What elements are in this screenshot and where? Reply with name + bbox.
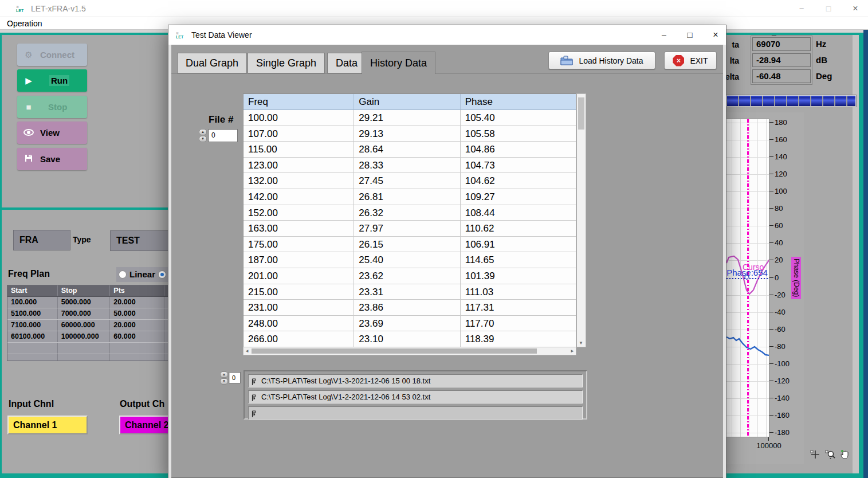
- y-tick-mark: [769, 381, 773, 381]
- load-history-data-button[interactable]: Load History Data: [548, 52, 655, 69]
- table-row[interactable]: 163.0027.97110.62: [243, 221, 576, 237]
- exit-button[interactable]: × EXIT: [664, 52, 717, 69]
- y-tick-label: -20: [775, 290, 785, 299]
- file-index-up-button[interactable]: ▲: [220, 371, 228, 378]
- freq-plan-cell[interactable]: [110, 354, 164, 361]
- zoom-tool-button[interactable]: [824, 449, 836, 460]
- table-row[interactable]: 152.0026.32108.44: [243, 205, 576, 221]
- freq-plan-cell[interactable]: 50.000: [110, 308, 164, 319]
- graph-palette: [809, 449, 851, 460]
- file-index-field[interactable]: 0: [229, 372, 241, 383]
- teal-separator: [0, 207, 172, 210]
- file-path-item[interactable]: C:\TS-PLAT\Test Log\V1-2-2021-12-06 14 5…: [248, 390, 583, 403]
- freq-plan-cell[interactable]: [7, 354, 58, 361]
- table-row[interactable]: 201.0023.62101.39: [243, 268, 576, 284]
- freq-plan-row[interactable]: [7, 343, 168, 354]
- freq-plan-cell[interactable]: 5100.000: [7, 308, 58, 319]
- table-cell: 28.64: [354, 142, 460, 157]
- tab-data[interactable]: Data: [327, 53, 366, 73]
- table-row[interactable]: 115.0028.64104.86: [243, 142, 576, 158]
- table-row[interactable]: 266.0023.10118.39: [243, 331, 576, 347]
- history-table-body: 100.0029.21105.40107.0029.13105.58115.00…: [243, 110, 576, 347]
- table-cell: 110.62: [461, 221, 576, 236]
- freq-plan-cell[interactable]: [110, 343, 164, 354]
- table-hscrollbar[interactable]: ◄ ►: [243, 347, 576, 355]
- file-path-item[interactable]: [248, 406, 583, 420]
- tab-history-data[interactable]: History Data: [362, 52, 435, 74]
- menu-operation[interactable]: Operation: [5, 18, 44, 29]
- freq-plan-cell[interactable]: 100.000: [7, 297, 58, 308]
- vscroll-down-arrow[interactable]: ▼: [579, 340, 583, 346]
- file-number-down-button[interactable]: ▼: [199, 136, 207, 142]
- table-row[interactable]: 248.0023.69117.70: [243, 316, 576, 332]
- freq-plan-cell[interactable]: 7100.000: [7, 320, 58, 331]
- hscroll-right-arrow[interactable]: ►: [569, 348, 576, 354]
- freq-plan-cell[interactable]: 60.000: [110, 331, 164, 342]
- table-cell: 123.00: [243, 158, 354, 173]
- table-cell: 23.31: [354, 284, 460, 300]
- linear-radio[interactable]: [119, 271, 127, 279]
- log-radio[interactable]: [158, 271, 166, 279]
- freq-plan-cell[interactable]: [7, 343, 58, 354]
- table-row[interactable]: 231.0023.86117.31: [243, 300, 576, 316]
- freq-plan-row[interactable]: 60100.000100000.00060.000: [7, 331, 168, 343]
- pan-tool-button[interactable]: [839, 449, 851, 460]
- main-minimize-button[interactable]: –: [791, 0, 812, 17]
- stop-button[interactable]: ■ Stop: [17, 96, 87, 118]
- freq-plan-row[interactable]: [7, 354, 168, 361]
- table-cell: 25.40: [354, 252, 460, 268]
- main-close-button[interactable]: ×: [845, 0, 866, 17]
- freq-plan-cell[interactable]: [58, 354, 111, 361]
- tab-dual-graph[interactable]: Dual Graph: [177, 53, 247, 73]
- file-number-up-button[interactable]: ▲: [199, 129, 207, 135]
- dialog-minimize-glyph[interactable]: –: [654, 25, 674, 45]
- table-row[interactable]: 215.0023.31111.03: [243, 284, 576, 300]
- table-row[interactable]: 107.0029.13105.58: [243, 126, 576, 142]
- freq-plan-row[interactable]: 7100.00060000.00020.000: [7, 320, 168, 331]
- file-number-field[interactable]: 0: [208, 129, 238, 142]
- vscroll-thumb[interactable]: [578, 97, 584, 130]
- freq-plan-row[interactable]: 5100.0007000.00050.000: [7, 308, 168, 320]
- y-tick-label: 60: [775, 221, 783, 230]
- freq-plan-cell[interactable]: 100000.000: [58, 331, 111, 342]
- table-row[interactable]: 132.0027.45104.62: [243, 173, 576, 189]
- table-row[interactable]: 175.0026.15106.91: [243, 237, 576, 253]
- freq-plan-cell[interactable]: 60100.000: [7, 331, 58, 342]
- table-row[interactable]: 187.0025.40114.65: [243, 252, 576, 268]
- y-tick-label: 0: [775, 273, 779, 281]
- freq-plan-cell[interactable]: 60000.000: [58, 320, 111, 331]
- freq-plan-cell[interactable]: [58, 343, 111, 354]
- main-maximize-button[interactable]: □: [818, 0, 839, 17]
- y-tick-mark: [769, 191, 773, 191]
- table-cell: 266.00: [243, 331, 354, 347]
- freq-plan-cell[interactable]: 5000.000: [58, 297, 111, 308]
- history-table: Freq Gain Phase 100.0029.21105.40107.002…: [243, 93, 576, 348]
- dialog-maximize-button[interactable]: □: [680, 25, 700, 45]
- cursor-tool-button[interactable]: [809, 449, 822, 460]
- dialog-close-button[interactable]: ×: [706, 25, 725, 45]
- view-button[interactable]: View: [17, 122, 87, 144]
- table-cell: 27.97: [354, 221, 460, 236]
- file-path-list: C:\TS-PLAT\Test Log\V1-3-2021-12-06 15 0…: [243, 370, 587, 420]
- input-channel-select[interactable]: Channel 1: [7, 416, 88, 434]
- tab-single-graph[interactable]: Single Graph: [248, 53, 325, 73]
- hscroll-left-arrow[interactable]: ◄: [243, 348, 250, 354]
- file-path-item[interactable]: C:\TS-PLAT\Test Log\V1-3-2021-12-06 15 0…: [248, 374, 583, 387]
- load-history-data-label: Load History Data: [579, 56, 643, 65]
- freq-plan-cell[interactable]: 7000.000: [58, 308, 111, 319]
- save-button[interactable]: Save: [17, 148, 87, 170]
- table-row[interactable]: 100.0029.21105.40: [243, 110, 576, 126]
- dialog-minimize-button[interactable]: –: [764, 25, 784, 45]
- table-row[interactable]: 123.0028.33104.73: [243, 158, 576, 174]
- run-button[interactable]: ▶ Run: [17, 69, 87, 92]
- table-cell: 142.00: [243, 189, 354, 205]
- freq-plan-cell[interactable]: 20.000: [110, 297, 164, 308]
- table-vscrollbar[interactable]: ▼: [576, 93, 586, 347]
- hscroll-thumb[interactable]: [252, 348, 537, 354]
- freq-plan-row[interactable]: 100.0005000.00020.000: [7, 297, 168, 308]
- connect-button[interactable]: ⚙ Connect: [17, 44, 87, 66]
- file-index-down-button[interactable]: ▼: [220, 378, 228, 385]
- table-cell: 23.69: [354, 316, 460, 331]
- table-row[interactable]: 142.0026.81109.27: [243, 189, 576, 205]
- freq-plan-cell[interactable]: 20.000: [110, 320, 164, 331]
